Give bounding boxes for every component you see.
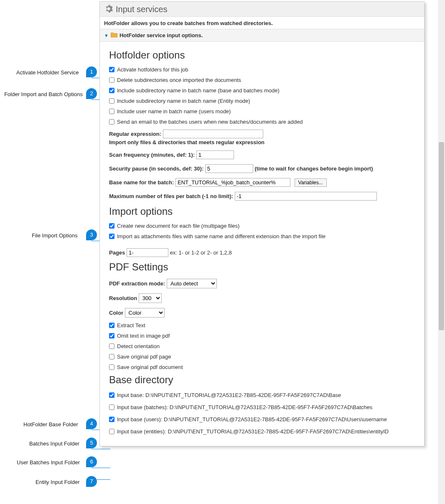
panel-title: Input services (116, 5, 167, 14)
label-save-pdf-page: Save original pdf page (117, 354, 171, 360)
checkbox-activate-hotfolders[interactable] (109, 67, 114, 72)
checkbox-save-pdf-doc[interactable] (109, 364, 114, 370)
label-scan-frequency: Scan frequency (minutes, def: 1): (109, 152, 195, 158)
row-save-pdf-doc: Save original pdf document (109, 362, 415, 372)
row-pdf-resolution: Resolution 300 (109, 291, 415, 305)
annotation-lead-7 (97, 479, 110, 480)
annotation-bubble-5: 5 (86, 438, 97, 448)
annotation-label-4: HotFolder Base Folder (23, 421, 78, 428)
panel-strip-label: HotFolder service input options. (120, 32, 203, 38)
row-include-subdir-base: Include subdirectory name in batch name … (109, 85, 415, 96)
checkbox-input-base-entities[interactable] (109, 429, 114, 434)
settings-panel: Input services HotFolder allows you to c… (99, 1, 425, 446)
row-extract-text: Extract Text (109, 320, 415, 331)
annotation-bubble-3: 3 (86, 229, 97, 240)
row-security-pause: Security pause (in seconds, def: 30): (t… (109, 162, 415, 176)
label-create-new-doc: Create new document for each file (multi… (117, 223, 239, 229)
label-pdf-color: Color (109, 310, 123, 316)
annotation-bubble-2: 2 (86, 88, 97, 99)
label-max-files: Maximum number of files per batch (-1 no… (109, 193, 233, 199)
label-import-attachments: Import as attachments files with same na… (117, 233, 325, 239)
checkbox-include-username[interactable] (109, 109, 114, 114)
checkbox-input-base-users[interactable] (109, 417, 114, 422)
row-send-email: Send an email to the batches users when … (109, 117, 415, 127)
label-include-subdir-base: Include subdirectory name in batch name … (117, 87, 280, 94)
checkbox-save-pdf-page[interactable] (109, 354, 114, 359)
label-regex: Regular expression: (109, 131, 161, 137)
hotfolder-heading: Hotfolder options (109, 49, 415, 61)
row-import-attachments: Import as attachments files with same na… (109, 231, 415, 242)
row-pdf-mode: PDF extraction mode: Auto detect (109, 276, 415, 291)
label-pages: Pages (109, 249, 125, 256)
select-pdf-mode[interactable]: Auto detect (167, 279, 217, 288)
vertical-scrollbar[interactable] (438, 0, 445, 504)
annotation-label-3: File Import Options (32, 232, 78, 239)
input-scan-frequency[interactable] (196, 150, 234, 159)
scrollbar-thumb[interactable] (439, 142, 444, 330)
checkbox-omit-text[interactable] (109, 333, 114, 339)
input-regex[interactable] (163, 130, 263, 138)
row-max-files: Maximum number of files per batch (-1 no… (109, 189, 415, 203)
label-include-subdir-entity: Include subdirectory name in batch name … (117, 98, 250, 104)
label-pdf-mode: PDF extraction mode: (109, 280, 165, 287)
hint-security-pause: (time to wait for changes before begin i… (254, 165, 373, 172)
gear-icon (104, 4, 113, 15)
checkbox-import-attachments[interactable] (109, 234, 114, 239)
hint-pages: ex: 1- or 1-2 or 2- or 1,2,8 (170, 249, 232, 256)
checkbox-include-subdir-entity[interactable] (109, 98, 114, 104)
checkbox-delete-subdirs[interactable] (109, 77, 114, 83)
label-save-pdf-doc: Save original pdf document (117, 364, 183, 370)
select-pdf-color[interactable]: Color (125, 308, 165, 318)
annotation-label-6: User Batches Input Folder (17, 459, 80, 466)
panel-body: Hotfolder options Activate hotfolders fo… (100, 42, 424, 446)
disclosure-icon[interactable]: ▼ (104, 33, 109, 38)
row-activate-hotfolders: Activate hotfolders for this job (109, 64, 415, 75)
input-max-files[interactable] (235, 192, 377, 201)
label-input-base-entities: Input base (entities): D:\INPUT\ENT_TUTO… (117, 428, 389, 435)
variables-button[interactable]: Variables... (295, 178, 327, 187)
checkbox-create-new-doc[interactable] (109, 223, 114, 229)
row-include-username: Include user name in batch name (users m… (109, 106, 415, 117)
label-pdf-resolution: Resolution (109, 295, 137, 301)
checkbox-input-base[interactable] (109, 392, 114, 398)
annotation-label-7: Entity Input Folder (36, 479, 80, 485)
row-detect-orientation: Detect orientation (109, 341, 415, 351)
annotation-bubble-7: 7 (86, 476, 97, 487)
folder-icon (110, 31, 118, 39)
annotation-bubble-1: 1 (86, 66, 97, 77)
label-input-base-batches: Input base (batches): D:\INPUT\ENT_TUTOR… (117, 404, 372, 410)
input-base-name[interactable] (175, 178, 290, 187)
row-pages: Pages ex: 1- or 1-2 or 2- or 1,2,8 (109, 246, 415, 260)
input-pages[interactable] (127, 248, 168, 257)
label-delete-subdirs: Delete subdirectories once imported the … (117, 77, 241, 83)
label-input-base: Input base: D:\INPUT\ENT_TUTORIAL@72A531… (117, 392, 341, 398)
annotation-lead-6 (92, 468, 110, 468)
row-input-base: Input base: D:\INPUT\ENT_TUTORIAL@72A531… (109, 389, 415, 401)
annotation-bubble-6: 6 (86, 456, 97, 467)
label-extract-text: Extract Text (117, 322, 145, 328)
checkbox-send-email[interactable] (109, 119, 114, 125)
panel-header: Input services (100, 2, 424, 17)
label-security-pause: Security pause (in seconds, def: 30): (109, 165, 203, 172)
row-scan-frequency: Scan frequency (minutes, def: 1): (109, 148, 415, 162)
select-pdf-resolution[interactable]: 300 (139, 293, 162, 303)
checkbox-input-base-batches[interactable] (109, 405, 114, 410)
input-security-pause[interactable] (205, 164, 253, 173)
annotation-label-2: Folder Import and Batch Options (0, 91, 83, 97)
panel-strip[interactable]: ▼ HotFolder service input options. (100, 29, 424, 42)
annotation-label-1: Activate Hotfolder Service (16, 69, 79, 76)
row-create-new-doc: Create new document for each file (multi… (109, 221, 415, 231)
row-base-name: Base name for the batch: Variables... (109, 176, 415, 189)
row-input-base-batches: Input base (batches): D:\INPUT\ENT_TUTOR… (109, 401, 415, 413)
checkbox-extract-text[interactable] (109, 323, 114, 328)
annotation-lead-5 (92, 449, 110, 449)
checkbox-include-subdir-base[interactable] (109, 88, 114, 93)
label-activate-hotfolders: Activate hotfolders for this job (117, 66, 188, 73)
import-heading: Import options (109, 206, 415, 217)
panel-subtitle: HotFolder allows you to create batches f… (100, 17, 424, 29)
label-omit-text: Omit text in image pdf (117, 333, 170, 339)
annotation-bubble-4: 4 (86, 418, 97, 429)
row-save-pdf-page: Save original pdf page (109, 351, 415, 362)
checkbox-detect-orientation[interactable] (109, 344, 114, 349)
row-input-base-entities: Input base (entities): D:\INPUT\ENT_TUTO… (109, 425, 415, 438)
